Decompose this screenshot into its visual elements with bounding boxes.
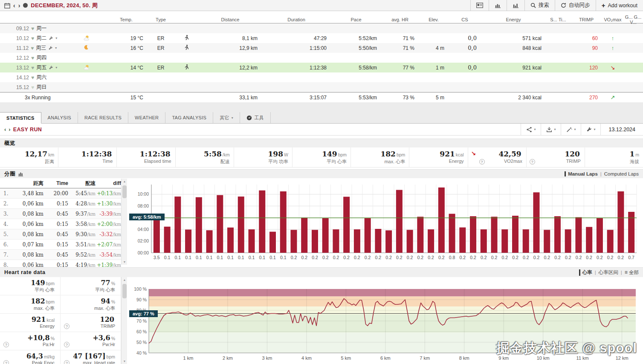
table-row[interactable]: 13.12♥周五▾14 °CER12,2 km1:12:385:58/km77 … xyxy=(0,63,643,72)
bar-chart-icon[interactable] xyxy=(18,171,23,176)
svg-text:50 %: 50 % xyxy=(136,340,147,345)
export-button[interactable]: ▾ xyxy=(541,124,561,135)
stat-label: Pa:Hr xyxy=(2,342,55,347)
summary-energy: 2 340 kcal xyxy=(481,95,546,101)
table-row[interactable]: 11.12♥周三▾16 °CER12,9 km1:15:005:50/km71 … xyxy=(0,43,643,53)
chart-view-button[interactable] xyxy=(489,0,507,11)
edit-tools-button[interactable]: ▾ xyxy=(561,124,581,135)
download-icon xyxy=(546,127,552,133)
moon-icon xyxy=(67,45,105,51)
link-全部[interactable]: ≡ 全部 xyxy=(625,269,639,276)
lap-row[interactable]: 3.0,08 km0:459:37/km-3:39/km xyxy=(0,209,121,219)
tab-工具[interactable]: 工具 xyxy=(240,112,271,123)
lap-row[interactable]: 4.0,06 km0:153:58/km+2:00/km xyxy=(0,219,121,229)
add-workout-button[interactable]: + Add workout xyxy=(596,0,643,11)
tab-analysis[interactable]: ANALYSIS xyxy=(41,112,78,123)
tab-weather[interactable]: WEATHER xyxy=(128,112,165,123)
lap-row[interactable]: 7.0,08 km0:459:52/km-3:54/km xyxy=(0,250,121,260)
wrench-icon[interactable] xyxy=(48,46,53,50)
search-button[interactable]: 搜索 xyxy=(525,0,555,11)
table-row[interactable]: 10.12♥周二▾19 °CER8,1 km47:295:52/km71 %0,… xyxy=(0,33,643,43)
lap-row[interactable]: 6.0,07 km0:153:51/km+2:07/km xyxy=(0,240,121,250)
column-header-trimp: TRIMP xyxy=(571,17,602,22)
scroll-down-icon[interactable]: ▼ xyxy=(122,358,127,364)
help-icon[interactable]: ? xyxy=(64,342,70,347)
chevron-down-icon[interactable]: ▾ xyxy=(55,66,57,69)
svg-text:0.2: 0.2 xyxy=(544,255,550,260)
lap-table-scrollbar[interactable]: ▲ ▼ xyxy=(121,179,127,265)
svg-text:0.2: 0.2 xyxy=(586,255,592,260)
svg-text:0.2: 0.2 xyxy=(533,255,540,260)
link-Manual Laps[interactable]: Manual Laps xyxy=(565,171,598,176)
chevron-down-icon[interactable]: ▾ xyxy=(55,46,57,50)
scrollbar-thumb[interactable] xyxy=(122,185,127,198)
svg-text:0.2: 0.2 xyxy=(375,255,382,260)
lap-number: 5. xyxy=(0,231,13,237)
table-row[interactable]: 14.12♥周六 xyxy=(0,72,643,82)
temp-cell: 14 °C xyxy=(105,65,148,71)
today-icon[interactable] xyxy=(23,3,28,8)
help-icon[interactable]: ? xyxy=(530,159,535,165)
table-row[interactable]: 09.12♥周一 xyxy=(0,23,643,33)
lap-column-1[interactable]: Time xyxy=(43,180,68,186)
chart-view-alt-button[interactable] xyxy=(507,0,525,11)
lap-column-3[interactable]: diff xyxy=(96,180,121,186)
scrollbar-thumb[interactable] xyxy=(122,284,127,298)
calendar-icon[interactable] xyxy=(4,3,10,9)
auto-sync-button[interactable]: 自动同步 xyxy=(555,0,596,11)
table-row[interactable]: 12.12♥周四 xyxy=(0,53,643,63)
summary-temp: 15 °C xyxy=(105,95,148,101)
help-icon[interactable]: ? xyxy=(64,324,70,329)
wrench-icon[interactable] xyxy=(49,36,53,40)
table-row[interactable]: 15.12♥周日 xyxy=(0,82,643,92)
pace-bar xyxy=(417,217,423,253)
lap-time: 0:15 xyxy=(43,242,68,248)
workout-date[interactable]: 13.12.2024 xyxy=(600,124,643,135)
lap-distance: 0,06 km xyxy=(13,221,43,227)
svg-text:60 %: 60 % xyxy=(136,329,147,334)
lap-column-2[interactable]: 配速 xyxy=(68,180,96,187)
lap-row[interactable]: 5.0,08 km0:459:30/km-3:32/km xyxy=(0,229,121,240)
help-icon[interactable]: ? xyxy=(64,360,70,364)
lap-row[interactable]: 1.3,48 km20:005:45/km+0:13/km xyxy=(0,188,121,199)
wrench-icon[interactable] xyxy=(49,65,53,70)
tab-race-results[interactable]: RACE RESULTS xyxy=(78,112,128,123)
chevron-down-icon[interactable]: ▾ xyxy=(55,36,57,40)
scroll-up-icon[interactable]: ▲ xyxy=(122,277,127,283)
help-icon[interactable]: ? xyxy=(3,360,9,364)
link-心率[interactable]: 心率 xyxy=(579,269,592,276)
card-view-button[interactable] xyxy=(471,0,489,11)
column-header-sti: S... Ti... xyxy=(546,17,571,22)
link-Computed Laps[interactable]: Computed Laps xyxy=(604,171,639,176)
lap-row[interactable]: 2.0,06 km0:154:28/km+1:30/km xyxy=(0,199,121,209)
hr-stats-scrollbar[interactable]: ▲ ▼ xyxy=(121,277,127,364)
tab-statistics[interactable]: STATISTICS xyxy=(0,112,41,124)
pace-chart: 00:0002:0004:0006:0008:0010:003.50.10.10… xyxy=(127,179,643,265)
prev-week-button[interactable]: ‹ xyxy=(13,3,15,9)
help-icon[interactable]: ? xyxy=(3,342,9,347)
prev-workout-button[interactable]: ‹ xyxy=(4,126,6,133)
share-button[interactable]: ▾ xyxy=(521,124,541,135)
separator: | xyxy=(621,270,622,275)
avg-hr-cell: 71 % xyxy=(381,35,419,41)
svg-text:08:00: 08:00 xyxy=(138,203,149,208)
stat-label: 平均 心率 xyxy=(62,287,115,293)
lap-time: 20:00 xyxy=(43,191,68,196)
svg-text:5 km: 5 km xyxy=(341,355,351,361)
svg-text:02:00: 02:00 xyxy=(138,238,149,243)
cs-cell: 0,0 xyxy=(449,35,481,41)
link-心率区间[interactable]: 心率区间 xyxy=(599,269,618,276)
next-workout-button[interactable]: › xyxy=(9,126,10,133)
hr-stat-max-心率: 94%max. 心率 xyxy=(61,295,121,313)
scroll-up-icon[interactable]: ▲ xyxy=(122,179,127,184)
overview-stat-距离: 12,17km距离 xyxy=(0,147,58,167)
settings-button[interactable]: ▾ xyxy=(581,124,600,135)
lap-column-0[interactable]: 距离 xyxy=(13,180,43,187)
next-week-button[interactable]: › xyxy=(18,3,20,9)
help-icon[interactable]: ? xyxy=(479,159,485,165)
tab-tag-analysis[interactable]: TAG ANALYSIS xyxy=(165,112,213,123)
tab-其它[interactable]: 其它 ▾ xyxy=(213,112,240,123)
svg-text:0.1: 0.1 xyxy=(259,255,265,260)
pace-bar xyxy=(375,229,381,253)
scroll-down-icon[interactable]: ▼ xyxy=(122,259,127,265)
